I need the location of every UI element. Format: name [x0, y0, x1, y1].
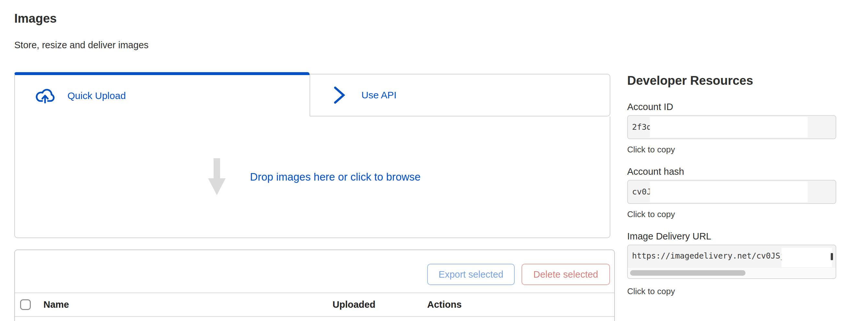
export-selected-button[interactable]: Export selected	[427, 264, 515, 285]
arrow-down-icon	[204, 158, 230, 196]
image-delivery-url-value: https://imagedelivery.net/cv0JSj	[632, 245, 785, 266]
account-hash-field[interactable]: cv0J	[627, 180, 836, 204]
image-dropzone[interactable]: Drop images here or click to browse	[14, 116, 610, 238]
tab-use-api-label: Use API	[362, 90, 396, 101]
horizontal-scrollbar-track[interactable]	[628, 267, 836, 278]
developer-resources-title: Developer Resources	[627, 73, 753, 88]
table-header-row: Name Uploaded Actions	[15, 293, 614, 316]
dropzone-label: Drop images here or click to browse	[250, 171, 421, 183]
image-delivery-url-label: Image Delivery URL	[627, 230, 711, 242]
redaction-overlay	[781, 248, 832, 268]
image-delivery-url-copy-hint: Click to copy	[627, 286, 675, 296]
chevron-right-icon	[333, 86, 346, 104]
account-id-label: Account ID	[627, 101, 673, 113]
images-table-card: Export selected Delete selected Name Upl…	[14, 249, 615, 321]
column-header-actions: Actions	[427, 293, 462, 316]
account-id-field[interactable]: 2f3d	[627, 115, 836, 139]
page-title: Images	[14, 11, 57, 26]
account-hash-label: Account hash	[627, 166, 684, 177]
tab-use-api[interactable]: Use API	[310, 74, 610, 116]
redaction-overlay	[650, 117, 808, 138]
upload-tabs-container: Quick Upload Use API Drop images here or…	[14, 72, 610, 238]
column-header-uploaded: Uploaded	[333, 293, 375, 316]
select-all-checkbox[interactable]	[20, 299, 31, 310]
horizontal-scrollbar-thumb[interactable]	[630, 270, 745, 276]
cloud-upload-icon	[35, 88, 56, 104]
header-divider	[15, 316, 614, 317]
delete-selected-button[interactable]: Delete selected	[522, 264, 610, 285]
tab-quick-upload[interactable]: Quick Upload	[14, 72, 310, 116]
account-hash-copy-hint: Click to copy	[627, 209, 675, 219]
tab-quick-upload-label: Quick Upload	[67, 90, 126, 101]
redaction-overlay	[650, 182, 808, 202]
column-header-name: Name	[43, 293, 69, 316]
account-hash-value: cv0J	[632, 181, 651, 203]
account-id-copy-hint: Click to copy	[627, 144, 675, 155]
page-subtitle: Store, resize and deliver images	[14, 39, 149, 51]
redacted-value-fragment	[831, 253, 833, 260]
image-delivery-url-field[interactable]: https://imagedelivery.net/cv0JSj	[627, 245, 836, 279]
account-id-value: 2f3d	[632, 116, 651, 139]
